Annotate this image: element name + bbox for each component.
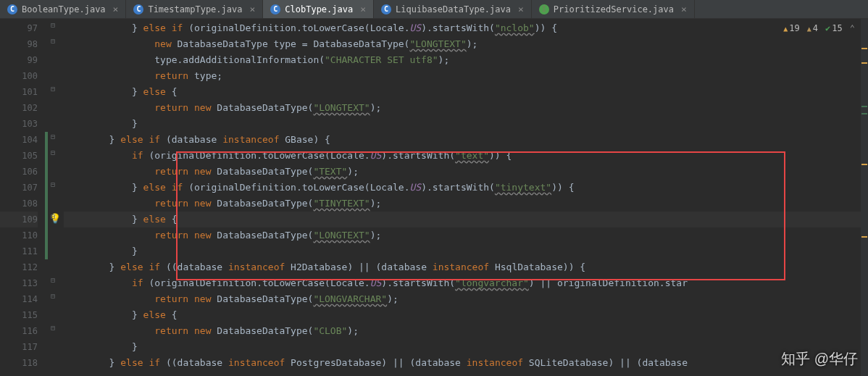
editor-tab[interactable]: CTimestampType.java× [126, 0, 263, 18]
close-icon[interactable]: × [360, 4, 366, 14]
code-line[interactable]: } else { [64, 212, 868, 227]
line-number[interactable]: 103 [0, 116, 38, 132]
line-number-gutter: 9798991001011021031041051061071081091101… [0, 19, 43, 376]
line-number[interactable]: 116 [0, 323, 38, 339]
fold-toggle-icon[interactable]: ⊟ [51, 212, 55, 220]
code-line[interactable]: } [64, 243, 868, 259]
code-line[interactable]: return new DatabaseDataType("TEXT"); [64, 164, 868, 180]
line-number[interactable]: 104 [0, 132, 38, 148]
fold-toggle-icon[interactable]: ⊟ [51, 276, 55, 284]
close-icon[interactable]: × [249, 4, 255, 14]
line-number[interactable]: 109 [0, 212, 38, 227]
tab-label: ClobType.java [285, 4, 353, 14]
line-number[interactable]: 101 [0, 84, 38, 100]
fold-toggle-icon[interactable]: ⊟ [51, 21, 55, 29]
line-number[interactable]: 117 [0, 339, 38, 355]
file-type-icon: C [381, 4, 391, 14]
close-icon[interactable]: × [113, 4, 119, 14]
code-line[interactable]: } else if (originalDefinition.toLowerCas… [64, 20, 868, 36]
code-line[interactable]: return new DatabaseDataType("TINYTEXT"); [64, 196, 868, 212]
code-line[interactable]: } else if (database instanceof GBase) { [64, 132, 868, 148]
error-stripe[interactable] [861, 19, 868, 376]
line-number[interactable]: 113 [0, 275, 38, 291]
tab-label: BooleanType.java [22, 4, 106, 14]
file-type-icon: C [133, 4, 143, 14]
code-line[interactable]: if (originalDefinition.toLowerCase(Local… [64, 148, 868, 164]
editor-tabs: CBooleanType.java×CTimestampType.java×CC… [0, 0, 868, 19]
code-line[interactable]: } [64, 339, 868, 355]
line-number[interactable]: 106 [0, 164, 38, 180]
code-line[interactable]: type.addAdditionalInformation("CHARACTER… [64, 52, 868, 68]
code-line[interactable]: if (originalDefinition.toLowerCase(Local… [64, 275, 868, 291]
line-number[interactable]: 98 [0, 36, 38, 52]
code-line[interactable]: } else if (originalDefinition.toLowerCas… [64, 180, 868, 196]
editor-tab[interactable]: CBooleanType.java× [0, 0, 126, 18]
line-number[interactable]: 110 [0, 227, 38, 243]
code-line[interactable]: return type; [64, 68, 868, 84]
gutter-marks: 💡 ⊟ ⊟ ⊟ ⊟ ⊟ ⊟ ⊟ ⊟ ⊟ ⊟ [43, 19, 64, 376]
fold-toggle-icon[interactable]: ⊟ [51, 37, 55, 45]
file-type-icon: C [7, 4, 17, 14]
fold-toggle-icon[interactable]: ⊟ [51, 85, 55, 93]
code-line[interactable]: } else if ((database instanceof Postgres… [64, 355, 868, 371]
line-number[interactable]: 100 [0, 68, 38, 84]
line-number[interactable]: 112 [0, 259, 38, 275]
watermark-text: 知乎 @华仔 [781, 349, 858, 369]
inspection-summary[interactable]: 19 4 15 ⌃ [783, 23, 855, 33]
weak-warning-count[interactable]: 4 [807, 23, 818, 33]
tab-label: TimestampType.java [148, 4, 242, 14]
code-line[interactable]: } [64, 116, 868, 132]
tab-label: PrioritizedService.java [554, 4, 674, 14]
chevron-down-icon[interactable]: ⌃ [850, 23, 855, 33]
fold-toggle-icon[interactable]: ⊟ [51, 133, 55, 141]
editor-area: 9798991001011021031041051061071081091101… [0, 19, 868, 376]
code-line[interactable]: return new DatabaseDataType("LONGVARCHAR… [64, 291, 868, 307]
line-number[interactable]: 114 [0, 291, 38, 307]
fold-toggle-icon[interactable]: ⊟ [51, 292, 55, 300]
file-type-icon: I [539, 4, 549, 14]
fold-toggle-icon[interactable]: ⊟ [51, 149, 55, 156]
fold-toggle-icon[interactable]: ⊟ [51, 180, 55, 188]
line-number[interactable]: 99 [0, 52, 38, 68]
line-number[interactable]: 107 [0, 180, 38, 196]
line-number[interactable]: 108 [0, 196, 38, 212]
code-content[interactable]: } else if (originalDefinition.toLowerCas… [64, 19, 868, 376]
vcs-change-marker [45, 132, 48, 259]
line-number[interactable]: 97 [0, 20, 38, 36]
line-number[interactable]: 102 [0, 100, 38, 116]
code-line[interactable]: } else { [64, 307, 868, 323]
close-icon[interactable]: × [518, 4, 524, 14]
line-number[interactable]: 115 [0, 307, 38, 323]
code-line[interactable]: return new DatabaseDataType("CLOB"); [64, 323, 868, 339]
line-number[interactable]: 105 [0, 148, 38, 164]
tab-label: LiquibaseDataType.java [396, 4, 511, 14]
line-number[interactable]: 118 [0, 355, 38, 371]
editor-tab[interactable]: IPrioritizedService.java× [532, 0, 695, 18]
code-line[interactable]: new DatabaseDataType type = DatabaseData… [64, 36, 868, 52]
file-type-icon: C [270, 4, 280, 14]
line-number[interactable]: 111 [0, 243, 38, 259]
editor-tab[interactable]: CLiquibaseDataType.java× [374, 0, 532, 18]
code-line[interactable]: } else if ((database instanceof H2Databa… [64, 259, 868, 275]
typo-count[interactable]: 15 [825, 23, 843, 33]
editor-tab[interactable]: CClobType.java× [263, 0, 374, 18]
code-line[interactable]: return new DatabaseDataType("LONGTEXT"); [64, 227, 868, 243]
fold-toggle-icon[interactable]: ⊟ [51, 324, 55, 332]
code-line[interactable]: return new DatabaseDataType("LONGTEXT"); [64, 100, 868, 116]
warning-count[interactable]: 19 [783, 23, 799, 33]
close-icon[interactable]: × [681, 4, 687, 14]
code-line[interactable]: } else { [64, 84, 868, 100]
